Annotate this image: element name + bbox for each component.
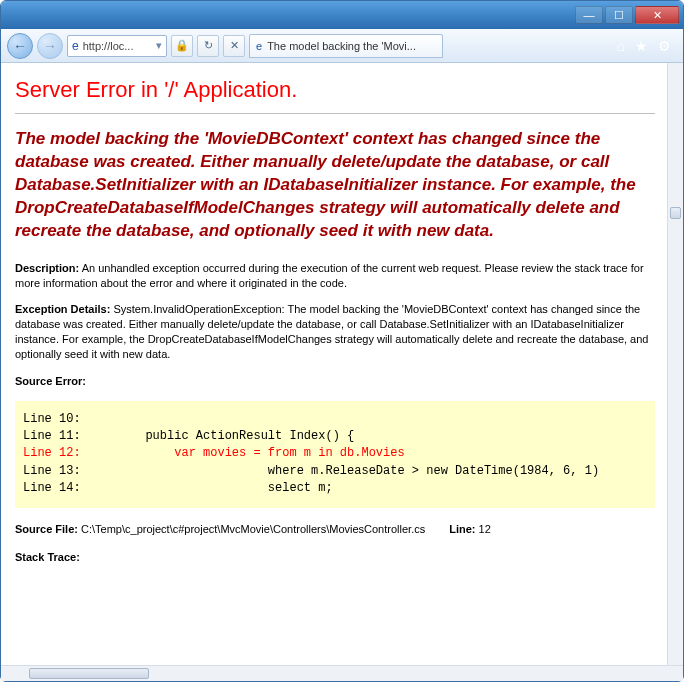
description-text: An unhandled exception occurred during t… [15, 262, 644, 289]
tab-favicon: e [256, 40, 262, 52]
stop-button[interactable]: ✕ [223, 35, 245, 57]
content-wrap: Server Error in '/' Application. The mod… [1, 63, 683, 681]
vertical-scrollbar[interactable] [667, 63, 683, 665]
source-file-path: C:\Temp\c_project\c#project\MvcMovie\Con… [78, 523, 425, 535]
source-error-label: Source Error: [15, 375, 86, 387]
url-dropdown-icon[interactable]: ▾ [156, 39, 162, 52]
exception-text: System.InvalidOperationException: The mo… [15, 303, 648, 360]
source-code-box: Line 10: Line 11: public ActionResult In… [15, 401, 655, 508]
gear-icon[interactable]: ⚙ [658, 38, 671, 54]
ie-icon: e [72, 39, 79, 53]
error-message: The model backing the 'MovieDBContext' c… [15, 128, 655, 243]
stack-trace-block: Stack Trace: [15, 550, 655, 565]
browser-window: — ☐ ✕ ← → e http://loc... ▾ 🔒 ↻ ✕ e The … [0, 0, 684, 682]
source-file-label: Source File: [15, 523, 78, 535]
code-line-10: Line 10: [23, 412, 81, 426]
line-number: 12 [475, 523, 490, 535]
chrome-icons: ⌂ ★ ⚙ [617, 38, 677, 54]
exception-block: Exception Details: System.InvalidOperati… [15, 302, 655, 361]
lock-icon: 🔒 [171, 35, 193, 57]
horizontal-scrollbar[interactable] [1, 665, 683, 681]
back-button[interactable]: ← [7, 33, 33, 59]
stack-trace-label: Stack Trace: [15, 551, 80, 563]
browser-tab[interactable]: e The model backing the 'Movi... [249, 34, 443, 58]
source-error-block: Source Error: [15, 374, 655, 389]
error-title: Server Error in '/' Application. [15, 77, 655, 103]
code-line-13: Line 13: where m.ReleaseDate > new DateT… [23, 464, 599, 478]
navbar: ← → e http://loc... ▾ 🔒 ↻ ✕ e The model … [1, 29, 683, 63]
refresh-button[interactable]: ↻ [197, 35, 219, 57]
code-line-11: Line 11: public ActionResult Index() { [23, 429, 354, 443]
source-file-block: Source File: C:\Temp\c_project\c#project… [15, 522, 655, 537]
maximize-button[interactable]: ☐ [605, 6, 633, 24]
line-label: Line: [449, 523, 475, 535]
minimize-button[interactable]: — [575, 6, 603, 24]
description-label: Description: [15, 262, 79, 274]
code-line-14: Line 14: select m; [23, 481, 333, 495]
tab-title: The model backing the 'Movi... [267, 40, 416, 52]
favorites-icon[interactable]: ★ [635, 38, 648, 54]
home-icon[interactable]: ⌂ [617, 38, 625, 54]
url-text: http://loc... [83, 40, 134, 52]
page-content[interactable]: Server Error in '/' Application. The mod… [1, 63, 667, 665]
forward-button[interactable]: → [37, 33, 63, 59]
exception-label: Exception Details: [15, 303, 110, 315]
code-line-12: Line 12: var movies = from m in db.Movie… [23, 446, 405, 460]
description-block: Description: An unhandled exception occu… [15, 261, 655, 291]
scroll-thumb[interactable] [29, 668, 149, 679]
divider [15, 113, 655, 114]
close-button[interactable]: ✕ [635, 6, 679, 24]
scroll-thumb[interactable] [670, 207, 681, 219]
address-bar[interactable]: e http://loc... ▾ [67, 35, 167, 57]
titlebar: — ☐ ✕ [1, 1, 683, 29]
